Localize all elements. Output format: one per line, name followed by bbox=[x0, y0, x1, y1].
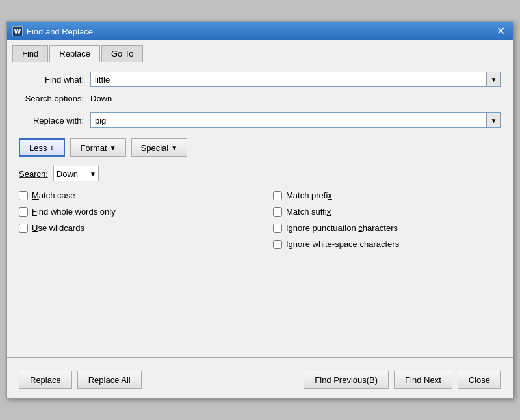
whole-words-checkbox[interactable] bbox=[19, 207, 28, 217]
ignore-whitespace-item: Ignore white-space characters bbox=[273, 239, 501, 249]
ignore-punctuation-item: Ignore punctuation characters bbox=[273, 223, 501, 233]
checkboxes-area: Match case Find whole words only Use wil… bbox=[19, 190, 501, 249]
dialog-title: Find and Replace bbox=[27, 27, 93, 36]
match-case-checkbox[interactable] bbox=[19, 191, 28, 200]
ignore-punctuation-checkbox[interactable] bbox=[273, 224, 282, 233]
tab-goto[interactable]: Go To bbox=[101, 45, 143, 62]
match-suffix-checkbox[interactable] bbox=[273, 207, 282, 217]
find-replace-dialog: W Find and Replace ✕ Find Replace Go To … bbox=[6, 21, 514, 399]
app-icon: W bbox=[12, 26, 23, 36]
checkboxes-left-col: Match case Find whole words only Use wil… bbox=[19, 190, 247, 249]
replace-button[interactable]: Replace bbox=[19, 371, 72, 389]
replace-with-dropdown[interactable]: ▼ bbox=[487, 112, 501, 128]
ignore-punctuation-label[interactable]: Ignore punctuation characters bbox=[286, 223, 398, 233]
find-what-row: Find what: ▼ bbox=[19, 72, 501, 87]
match-prefix-item: Match prefix bbox=[273, 190, 501, 200]
search-direction-row: Search: Up Down All ▼ bbox=[19, 166, 501, 181]
divider bbox=[7, 357, 513, 358]
match-case-label[interactable]: Match case bbox=[32, 190, 75, 200]
tab-replace[interactable]: Replace bbox=[49, 45, 100, 62]
search-options-value: Down bbox=[90, 94, 112, 103]
close-button[interactable]: Close bbox=[458, 371, 501, 389]
search-direction-label: Search: bbox=[19, 169, 48, 179]
find-previous-button[interactable]: Find Previous(B) bbox=[304, 371, 389, 389]
less-arrow-icon: ⇕ bbox=[49, 144, 55, 151]
tab-find[interactable]: Find bbox=[12, 45, 48, 62]
match-prefix-label[interactable]: Match prefix bbox=[286, 190, 332, 200]
checkboxes-right-col: Match prefix Match suffix Ignore punctua… bbox=[273, 190, 501, 249]
format-arrow-icon: ▼ bbox=[110, 144, 116, 151]
replace-with-input[interactable] bbox=[90, 112, 487, 128]
match-suffix-item: Match suffix bbox=[273, 207, 501, 217]
whole-words-label[interactable]: Find whole words only bbox=[32, 207, 116, 217]
wildcards-item: Use wildcards bbox=[19, 223, 247, 233]
whole-words-item: Find whole words only bbox=[19, 207, 247, 217]
dialog-content: Find what: ▼ Search options: Down Replac… bbox=[7, 62, 513, 350]
find-next-button[interactable]: Find Next bbox=[394, 371, 452, 389]
replace-with-row: Replace with: ▼ bbox=[19, 112, 501, 128]
find-what-label: Find what: bbox=[19, 75, 90, 85]
tab-bar: Find Replace Go To bbox=[7, 40, 513, 62]
special-button[interactable]: Special ▼ bbox=[131, 138, 188, 157]
replace-with-label: Replace with: bbox=[19, 116, 90, 125]
ignore-whitespace-checkbox[interactable] bbox=[273, 240, 282, 249]
wildcards-label[interactable]: Use wildcards bbox=[32, 223, 84, 233]
special-arrow-icon: ▼ bbox=[171, 144, 177, 151]
find-what-dropdown[interactable]: ▼ bbox=[487, 72, 501, 87]
bottom-buttons-bar: Replace Replace All Find Previous(B) Fin… bbox=[7, 364, 513, 398]
ignore-whitespace-label[interactable]: Ignore white-space characters bbox=[286, 239, 399, 249]
title-bar: W Find and Replace ✕ bbox=[7, 22, 513, 40]
less-button[interactable]: Less ⇕ bbox=[19, 138, 65, 157]
format-button[interactable]: Format ▼ bbox=[70, 138, 125, 157]
match-prefix-checkbox[interactable] bbox=[273, 191, 282, 200]
find-what-input[interactable] bbox=[90, 72, 487, 87]
replace-all-button[interactable]: Replace All bbox=[77, 371, 142, 389]
options-buttons-row: Less ⇕ Format ▼ Special ▼ bbox=[19, 138, 501, 157]
search-options-label: Search options: bbox=[19, 94, 90, 103]
wildcards-checkbox[interactable] bbox=[19, 224, 28, 233]
search-direction-select[interactable]: Up Down All bbox=[53, 166, 99, 181]
search-options-row: Search options: Down bbox=[19, 94, 501, 103]
match-case-item: Match case bbox=[19, 190, 247, 200]
window-close-button[interactable]: ✕ bbox=[494, 26, 508, 36]
match-suffix-label[interactable]: Match suffix bbox=[286, 207, 331, 217]
